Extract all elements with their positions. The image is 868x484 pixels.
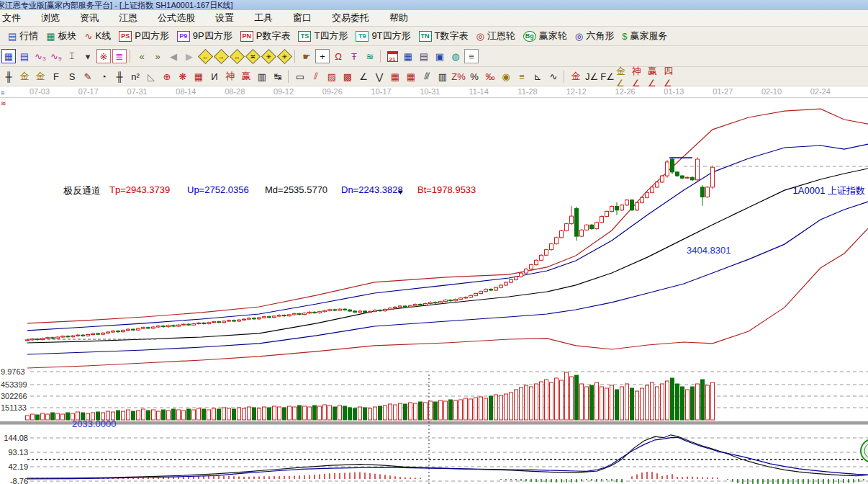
gridbox-icon[interactable]: ▦ <box>191 69 206 84</box>
calculator-icon[interactable]: ▦ <box>401 49 415 63</box>
anchor-icon[interactable]: Ŧ <box>347 49 361 63</box>
angles-icon[interactable]: ∠ <box>356 69 371 84</box>
redgrid1-icon[interactable]: ▦ <box>388 69 402 84</box>
shen-angle-icon[interactable]: 神∠ <box>632 69 646 84</box>
golden-section-icon[interactable]: ╫ <box>1 69 16 84</box>
brush-icon[interactable]: ✎ <box>81 69 95 84</box>
percent7-icon[interactable]: Z% <box>451 69 466 84</box>
dropdown-arrow-icon[interactable]: ▾ <box>81 49 95 63</box>
gold-underline-icon[interactable]: 金 <box>569 69 583 84</box>
menu-item-1[interactable]: 浏览 <box>31 12 70 24</box>
next-icon[interactable]: ▶ <box>182 49 196 63</box>
i-mark-icon[interactable]: И <box>207 69 222 84</box>
win-angle-icon[interactable]: 赢∠ <box>648 69 662 84</box>
zigzag-icon[interactable]: ⋁ <box>372 69 386 84</box>
shift-left-icon[interactable]: ← <box>198 49 212 63</box>
f-angle-icon[interactable]: F∠ <box>600 69 615 84</box>
ruler123-icon[interactable]: ▥ <box>435 69 450 84</box>
wave-icon[interactable]: ∿ <box>546 69 561 84</box>
fan-icon[interactable]: ⫽ <box>309 69 323 84</box>
screener-icon[interactable]: ≣ <box>112 49 127 63</box>
toolbar-button-t-number[interactable]: TNT数字表 <box>419 30 469 42</box>
kline9-icon[interactable]: ∿₉ <box>49 49 63 63</box>
notepad-icon[interactable]: ▤ <box>417 49 431 63</box>
percent-icon[interactable]: % <box>467 69 482 84</box>
magnet-icon[interactable]: Ω <box>331 49 345 63</box>
gold1-icon[interactable]: 金 <box>17 69 32 84</box>
toolbar-button-quotes[interactable]: ▤行情 <box>8 30 38 42</box>
gridshade-icon[interactable]: ▩ <box>340 69 355 84</box>
slashes-icon[interactable]: ⫻ <box>420 69 434 84</box>
cycle-icon[interactable]: ◔ <box>96 69 111 84</box>
menu-item-7[interactable]: 窗口 <box>283 12 322 24</box>
print-icon[interactable]: ≡ <box>464 49 479 63</box>
candle-icon[interactable]: ⌶ <box>65 49 79 63</box>
prev-icon[interactable]: ◀ <box>166 49 181 63</box>
rect-tool-icon[interactable]: ▭ <box>293 69 307 84</box>
kline-chart[interactable]: 07-0307-1707-3108-1408-2809-1209-2610-17… <box>0 86 868 484</box>
save-icon[interactable]: ▣ <box>433 49 447 63</box>
watchlist-icon[interactable]: ▤ <box>17 49 32 63</box>
toolbar-button-p-number[interactable]: PNP数字表 <box>240 30 291 42</box>
menu-item-9[interactable]: 帮助 <box>379 12 418 24</box>
j-angle-icon[interactable]: J∠ <box>584 69 599 84</box>
permille-icon[interactable]: ‰ <box>483 69 497 84</box>
menu-item-0[interactable]: 文件 <box>0 12 31 24</box>
boxline-icon[interactable]: ▨ <box>325 69 339 84</box>
menu-item-2[interactable]: 资讯 <box>70 12 109 24</box>
toolbar-button-t-square[interactable]: TST四方形 <box>298 30 348 42</box>
menu-item-3[interactable]: 江恩 <box>109 12 148 24</box>
gold-angle-icon[interactable]: 金∠ <box>616 69 630 84</box>
kline3-icon[interactable]: ∿₃ <box>33 49 48 63</box>
win-icon[interactable]: 赢 <box>239 69 253 84</box>
multiline-icon[interactable]: ≋ <box>363 49 377 63</box>
chart-area: 07-0307-1707-3108-1408-2809-1209-2610-17… <box>0 86 868 484</box>
gold2-icon[interactable]: 金 <box>33 69 48 84</box>
toolbar-button-sectors[interactable]: ▦板块 <box>46 30 76 42</box>
flagangle-icon[interactable]: ⊾ <box>530 69 545 84</box>
toolbar-button-winner-service[interactable]: $赢家服务 <box>622 30 667 42</box>
width-icon[interactable]: ↹ <box>271 69 285 84</box>
toolbar-button-9t-square[interactable]: T99T四方形 <box>356 30 410 42</box>
compress-icon[interactable]: ≍ <box>245 49 260 63</box>
goldcircle-icon[interactable]: ◉ <box>499 69 513 84</box>
dropdown-triangle-icon[interactable]: ▼ <box>397 189 404 196</box>
web-icon[interactable]: ◍ <box>448 49 463 63</box>
toolbar-button-winner-wheel[interactable]: Bg赢家轮 <box>523 30 567 42</box>
last-page-icon[interactable]: » <box>150 49 165 63</box>
n2-icon[interactable]: n² <box>128 69 143 84</box>
crosshair-icon[interactable]: + <box>315 49 330 63</box>
quotes-icon: ▤ <box>8 31 17 42</box>
spiral-icon[interactable]: S <box>65 69 79 84</box>
svg-text:01-27: 01-27 <box>713 87 733 96</box>
toolbar-button-gann-wheel[interactable]: ◎江恩轮 <box>476 30 515 42</box>
toolbar-button-9p-square[interactable]: P99P四方形 <box>177 30 232 42</box>
toolbar-button-p-square[interactable]: PSP四方形 <box>119 30 169 42</box>
calendar-icon[interactable]: 21 <box>385 49 399 63</box>
first-page-icon[interactable]: « <box>135 49 149 63</box>
chart-thumbnail-icon[interactable]: ▦ <box>1 49 16 63</box>
hand-icon[interactable]: ☛ <box>299 49 314 63</box>
menu-item-8[interactable]: 交易委托 <box>322 12 379 24</box>
redgrid2-icon[interactable]: ▦ <box>404 69 418 84</box>
gann-box-icon[interactable]: ※ <box>96 49 111 63</box>
four-angle-icon[interactable]: 四∠ <box>664 69 678 84</box>
ruler-icon[interactable]: ▥ <box>255 69 269 84</box>
hash-icon[interactable]: ╫ <box>112 69 127 84</box>
shift-right-icon[interactable]: → <box>214 49 228 63</box>
svg-text:42.19: 42.19 <box>8 462 28 471</box>
menu-item-4[interactable]: 公式选股 <box>148 12 205 24</box>
f-line-icon[interactable]: F <box>49 69 63 84</box>
expand-icon[interactable]: ↔ <box>230 49 244 63</box>
target-icon[interactable]: ⊕ <box>160 69 174 84</box>
menu-item-6[interactable]: 工具 <box>244 12 283 24</box>
shen-icon[interactable]: 神 <box>223 69 238 84</box>
angle-a-icon[interactable]: ◺ <box>144 69 158 84</box>
menu-item-5[interactable]: 设置 <box>205 12 244 24</box>
snow-icon[interactable]: ❋ <box>176 69 190 84</box>
star-expand-icon[interactable]: ✳ <box>277 49 291 63</box>
goldlines-icon[interactable]: ≡ <box>515 69 529 84</box>
toolbar-button-hexagon[interactable]: ◎六角形 <box>575 30 614 42</box>
star-icon[interactable]: ✳ <box>261 49 276 63</box>
toolbar-button-kline[interactable]: ∿K线 <box>85 30 112 42</box>
